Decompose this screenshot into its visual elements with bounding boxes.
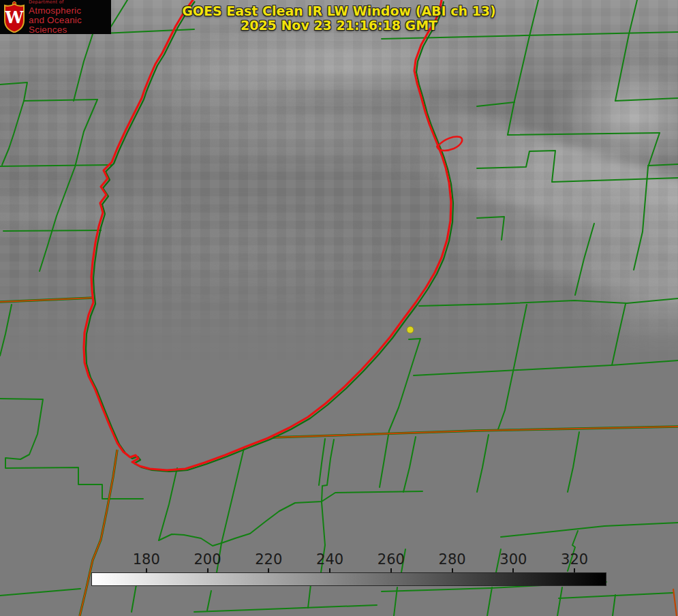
location-marker-dot [407,326,414,333]
title-line2: 2025 Nov 23 21:16:18 GMT [0,18,678,33]
state-boundaries-layer [0,298,678,616]
lake-michigan-outline [84,0,451,470]
county-boundaries-layer [0,0,678,616]
state-boundaries-underlay [0,298,678,616]
title-line1: GOES East Clean IR LW Window (ABI ch 13) [0,4,678,18]
image-title: GOES East Clean IR LW Window (ABI ch 13)… [0,4,678,33]
satellite-image-viewer: 180200220240260280300320 W Department of… [0,0,678,616]
map-overlay [0,0,678,616]
shoreline-county-edging [86,1,453,472]
